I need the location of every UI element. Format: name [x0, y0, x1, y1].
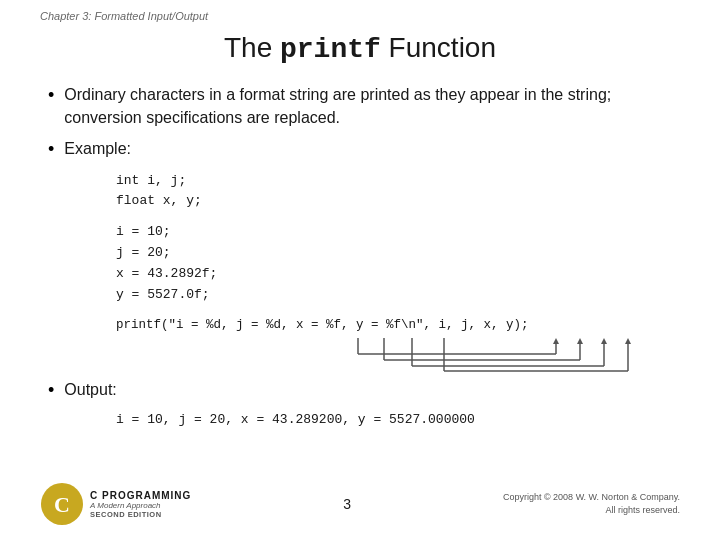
code-line-x: x = 43.2892f; [116, 264, 672, 285]
title-prefix: The [224, 32, 280, 63]
code-line-y: y = 5527.0f; [116, 285, 672, 306]
slide-content: • Ordinary characters in a format string… [0, 83, 720, 427]
code-line-j: j = 20; [116, 243, 672, 264]
bullet-text-2: Example: [64, 137, 131, 160]
page-number: 3 [343, 496, 351, 512]
bullet-output: • Output: [48, 378, 672, 403]
logo-circle: C [40, 482, 84, 526]
output-value: i = 10, j = 20, x = 43.289200, y = 5527.… [116, 412, 672, 427]
title-suffix: Function [381, 32, 496, 63]
bullet-dot-2: • [48, 137, 54, 162]
logo-edition: SECOND EDITION [90, 510, 191, 519]
svg-marker-7 [577, 338, 583, 344]
bullet-item-1: • Ordinary characters in a format string… [48, 83, 672, 129]
svg-marker-3 [553, 338, 559, 344]
logo-text-block: C PROGRAMMING A Modern Approach SECOND E… [90, 490, 191, 519]
logo-svg: C [40, 482, 84, 526]
svg-text:C: C [54, 492, 70, 517]
bullet-dot-output: • [48, 378, 54, 403]
copyright-line1: Copyright © 2008 W. W. Norton & Company. [503, 491, 680, 505]
logo-subtitle: A Modern Approach [90, 501, 191, 510]
printf-call-container: printf("i = %d, j = %d, x = %f, y = %f\n… [116, 315, 672, 372]
footer-logo: C C PROGRAMMING A Modern Approach SECOND… [40, 482, 191, 526]
code-line-int: int i, j; [116, 171, 672, 192]
logo-title: C PROGRAMMING [90, 490, 191, 501]
bullet-text-1: Ordinary characters in a format string a… [64, 83, 672, 129]
bullet-dot-1: • [48, 83, 54, 108]
code-declarations: int i, j; float x, y; [116, 171, 672, 213]
code-assignments: i = 10; j = 20; x = 43.2892f; y = 5527.0… [116, 222, 672, 305]
svg-marker-11 [601, 338, 607, 344]
svg-marker-15 [625, 338, 631, 344]
code-line-i: i = 10; [116, 222, 672, 243]
chapter-header: Chapter 3: Formatted Input/Output [40, 10, 208, 22]
copyright: Copyright © 2008 W. W. Norton & Company.… [503, 491, 680, 518]
printf-arrows [116, 336, 696, 372]
bullet-text-output: Output: [64, 378, 116, 401]
bullet-item-2: • Example: [48, 137, 672, 162]
code-line-float: float x, y; [116, 191, 672, 212]
title-mono: printf [280, 34, 381, 65]
slide-footer: C C PROGRAMMING A Modern Approach SECOND… [0, 482, 720, 526]
printf-code-line: printf("i = %d, j = %d, x = %f, y = %f\n… [116, 315, 672, 335]
copyright-line2: All rights reserved. [503, 504, 680, 518]
